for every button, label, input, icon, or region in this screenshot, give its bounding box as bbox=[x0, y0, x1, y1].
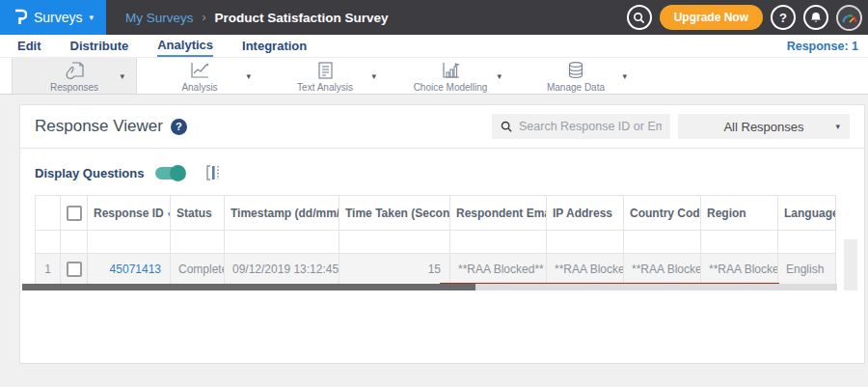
col-language-label: Language bbox=[784, 207, 836, 220]
breadcrumb: My Surveys › Product Satisfaction Survey bbox=[125, 11, 389, 25]
gauge-avatar-icon bbox=[841, 11, 858, 25]
nav-integration[interactable]: Integration bbox=[242, 37, 307, 56]
display-questions-row: Display Questions bbox=[35, 160, 850, 185]
breadcrumb-my-surveys[interactable]: My Surveys bbox=[125, 11, 194, 25]
page-title: Response Viewer bbox=[35, 117, 163, 136]
col-status[interactable]: Status bbox=[171, 196, 225, 231]
response-viewer-help-icon[interactable]: ? bbox=[171, 119, 187, 135]
row-checkbox[interactable] bbox=[67, 262, 82, 277]
col-ip-address[interactable]: IP Address bbox=[547, 196, 624, 231]
breadcrumb-separator: › bbox=[203, 11, 206, 24]
card-body: Display Questions bbox=[20, 149, 864, 297]
product-name: Surveys bbox=[34, 10, 83, 25]
analysis-dropdown-caret[interactable]: ▾ bbox=[246, 71, 251, 81]
col-language[interactable]: Language bbox=[778, 196, 836, 231]
search-icon bbox=[633, 12, 645, 24]
col-time-taken[interactable]: Time Taken (Seconds)⇅ bbox=[339, 196, 450, 231]
cell-status: Completed bbox=[171, 254, 225, 286]
cell-language: English bbox=[778, 254, 836, 286]
filter-language[interactable] bbox=[778, 231, 836, 254]
toolbar-analysis-label: Analysis bbox=[181, 82, 217, 93]
freeze-columns-icon bbox=[205, 164, 222, 181]
notifications-button[interactable] bbox=[803, 5, 828, 30]
filter-row bbox=[36, 231, 836, 254]
chevron-down-icon: ▾ bbox=[835, 123, 840, 131]
col-timestamp-label: Timestamp (dd/mm/yyyy) bbox=[231, 207, 339, 220]
choice-modelling-icon bbox=[439, 61, 462, 81]
cell-response-id: 45071413 bbox=[88, 254, 171, 286]
manage-data-dropdown-caret[interactable]: ▾ bbox=[622, 71, 627, 81]
cell-region: **RAA Blocked** bbox=[701, 254, 778, 286]
page-background: Response Viewer ? All Responses ▾ Disp bbox=[0, 95, 868, 364]
filter-respondent-email[interactable] bbox=[450, 231, 547, 254]
table-row: 1 45071413 Completed 09/12/2019 13:12:45… bbox=[36, 254, 836, 286]
filter-ip-address[interactable] bbox=[547, 231, 624, 254]
responses-dropdown-caret[interactable]: ▾ bbox=[120, 71, 124, 81]
top-header-bar: Surveys ▾ My Surveys › Product Satisfact… bbox=[0, 0, 868, 35]
display-questions-label: Display Questions bbox=[35, 166, 144, 180]
cell-ip-address: **RAA Blocked** bbox=[547, 254, 624, 286]
col-ip-address-label: IP Address bbox=[553, 207, 612, 220]
display-questions-toggle[interactable] bbox=[155, 167, 184, 180]
breadcrumb-survey-title: Product Satisfaction Survey bbox=[215, 11, 389, 25]
col-country-code[interactable]: Country Code bbox=[624, 196, 701, 231]
toolbar-responses[interactable]: Responses ▾ bbox=[12, 58, 137, 94]
upgrade-now-button[interactable]: Upgrade Now bbox=[660, 5, 763, 30]
nav-distribute[interactable]: Distribute bbox=[70, 37, 129, 56]
nav-analytics[interactable]: Analytics bbox=[157, 36, 213, 57]
row-number-header bbox=[36, 196, 61, 231]
toolbar-choice-modelling[interactable]: Choice Modelling ▾ bbox=[388, 58, 513, 94]
response-id-link[interactable]: 45071413 bbox=[110, 263, 161, 276]
row-checkbox-cell bbox=[61, 254, 88, 286]
help-button[interactable]: ? bbox=[771, 5, 796, 30]
user-avatar[interactable] bbox=[836, 5, 862, 31]
filter-time-taken[interactable] bbox=[339, 231, 450, 254]
select-all-checkbox[interactable] bbox=[67, 206, 82, 221]
card-header: Response Viewer ? All Responses ▾ bbox=[20, 105, 864, 149]
toolbar-manage-data[interactable]: Manage Data ▾ bbox=[513, 58, 638, 94]
col-response-id[interactable]: Response ID▾ bbox=[88, 196, 171, 231]
filter-timestamp[interactable] bbox=[225, 231, 339, 254]
horizontal-scrollbar[interactable] bbox=[22, 284, 837, 290]
toolbar-text-analysis[interactable]: Text Analysis ▾ bbox=[262, 58, 388, 94]
response-search-input[interactable] bbox=[519, 120, 662, 133]
toolbar-manage-data-label: Manage Data bbox=[547, 82, 605, 93]
responses-table-wrap: Response ID▾ Status Timestamp (dd/mm/yyy… bbox=[35, 195, 835, 286]
vertical-scrollbar[interactable] bbox=[844, 239, 857, 290]
response-filter-value: All Responses bbox=[723, 120, 803, 134]
response-filter-dropdown[interactable]: All Responses ▾ bbox=[678, 114, 850, 139]
choice-modelling-dropdown-caret[interactable]: ▾ bbox=[497, 71, 502, 81]
survey-nav: Edit Distribute Analytics Integration Re… bbox=[0, 35, 868, 58]
col-region[interactable]: Region bbox=[701, 196, 778, 231]
product-switcher[interactable]: Surveys ▾ bbox=[0, 0, 106, 35]
chevron-down-icon: ▾ bbox=[90, 14, 95, 22]
col-country-code-label: Country Code bbox=[630, 207, 701, 220]
analysis-icon bbox=[188, 61, 211, 81]
response-count: Response: 1 bbox=[787, 40, 868, 53]
filter-response-id[interactable] bbox=[88, 231, 171, 254]
filter-country-code[interactable] bbox=[624, 231, 701, 254]
header-actions: Upgrade Now ? bbox=[627, 5, 868, 31]
questionpro-logo-icon bbox=[13, 8, 27, 27]
col-respondent-email[interactable]: Respondent Email bbox=[450, 196, 547, 231]
col-status-label: Status bbox=[176, 207, 212, 220]
col-timestamp[interactable]: Timestamp (dd/mm/yyyy)⇅ bbox=[225, 196, 339, 231]
filter-region[interactable] bbox=[701, 231, 778, 254]
cell-country-code: **RAA Blocked** bbox=[624, 254, 701, 286]
global-search-button[interactable] bbox=[627, 5, 652, 30]
select-all-header bbox=[61, 196, 88, 231]
col-response-id-label: Response ID bbox=[94, 207, 164, 220]
toolbar-analysis[interactable]: Analysis ▾ bbox=[137, 58, 262, 94]
question-mark-icon: ? bbox=[779, 11, 787, 25]
toolbar-responses-label: Responses bbox=[50, 82, 98, 93]
manage-data-icon bbox=[565, 61, 586, 81]
col-region-label: Region bbox=[707, 207, 746, 220]
filter-status[interactable] bbox=[171, 231, 225, 254]
text-analysis-dropdown-caret[interactable]: ▾ bbox=[371, 71, 376, 81]
cell-respondent-email: **RAA Blocked** bbox=[450, 254, 547, 286]
horizontal-scrollbar-thumb[interactable] bbox=[22, 284, 475, 290]
responses-table: Response ID▾ Status Timestamp (dd/mm/yyy… bbox=[35, 195, 836, 286]
cell-time-taken: 15 bbox=[339, 254, 450, 286]
nav-edit[interactable]: Edit bbox=[17, 37, 41, 56]
freeze-columns-button[interactable] bbox=[205, 164, 222, 181]
